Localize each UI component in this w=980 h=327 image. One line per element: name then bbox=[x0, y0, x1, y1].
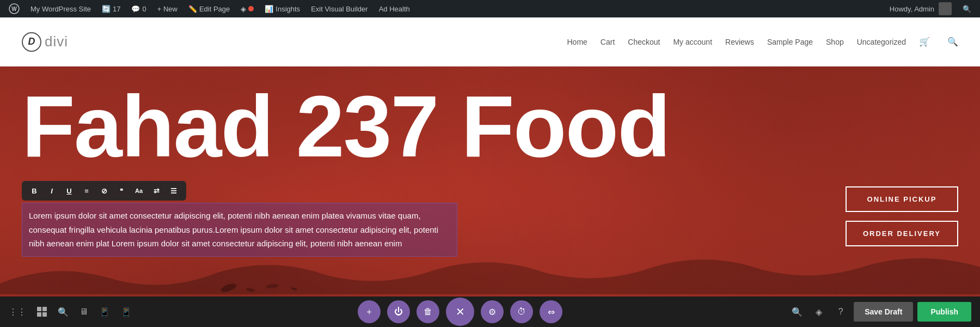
publish-button[interactable]: Publish bbox=[917, 302, 971, 322]
order-delivery-button[interactable]: ORDER DELIVERY bbox=[846, 221, 958, 246]
nav-item-reviews[interactable]: Reviews bbox=[725, 38, 754, 46]
bar-chart-icon: 📊 bbox=[265, 5, 273, 13]
align-button[interactable]: ≡ bbox=[78, 183, 95, 198]
nav-item-sample-page[interactable]: Sample Page bbox=[767, 38, 813, 46]
edit-page-label: Edit Page bbox=[199, 5, 230, 13]
handle-icon[interactable]: ⋮⋮ bbox=[9, 307, 26, 317]
edit-icon: ✏️ bbox=[188, 5, 197, 13]
ad-health-button[interactable]: Ad Health bbox=[375, 0, 414, 17]
updates-button[interactable]: 🔄 17 bbox=[97, 0, 125, 17]
svg-rect-8 bbox=[37, 312, 41, 317]
bold-button[interactable]: B bbox=[26, 183, 42, 198]
comments-count: 0 bbox=[142, 5, 146, 13]
search-button[interactable]: 🔍 bbox=[958, 5, 976, 13]
nav-menu: Home Cart Checkout My account Reviews Sa… bbox=[567, 37, 958, 47]
comments-icon: 💬 bbox=[131, 5, 140, 13]
hero-title: Fahad 237 Food bbox=[0, 66, 980, 170]
divi-logo-letter: D bbox=[28, 36, 35, 47]
wp-logo-button[interactable]: W bbox=[4, 0, 24, 17]
admin-bar: W My WordPress Site 🔄 17 💬 0 + New ✏️ Ed… bbox=[0, 0, 980, 17]
online-pickup-button[interactable]: ONLINE PICKUP bbox=[846, 186, 958, 212]
admin-avatar bbox=[939, 2, 952, 15]
updates-count: 17 bbox=[113, 5, 120, 13]
divi-logo-circle: D bbox=[22, 32, 41, 52]
mobile-icon[interactable]: 📱 bbox=[121, 307, 132, 317]
exit-visual-builder-label: Exit Visual Builder bbox=[311, 5, 368, 13]
divi-logo[interactable]: D divi bbox=[22, 32, 68, 52]
close-button[interactable]: ✕ bbox=[446, 298, 474, 326]
desktop-icon[interactable]: 🖥 bbox=[79, 307, 88, 317]
underline-button[interactable]: U bbox=[61, 183, 77, 198]
hero-text-area: B I U ≡ ⊘ ❝ Aa ⇄ ☰ Lorem ipsum dolor sit… bbox=[22, 181, 468, 257]
delete-button[interactable]: 🗑 bbox=[416, 300, 439, 323]
insights-label: Insights bbox=[275, 5, 300, 13]
site-name-text: My WordPress Site bbox=[30, 5, 91, 13]
nav-item-my-account[interactable]: My account bbox=[673, 38, 712, 46]
admin-bar-right: Howdy, Admin 🔍 bbox=[885, 2, 976, 15]
search-icon: 🔍 bbox=[963, 5, 971, 13]
settings-button[interactable]: ⚙ bbox=[481, 300, 504, 323]
layers-icon[interactable]: ◈ bbox=[810, 303, 828, 320]
svg-text:W: W bbox=[11, 6, 17, 12]
grid-icon[interactable] bbox=[37, 307, 47, 317]
svg-rect-9 bbox=[42, 312, 47, 317]
status-dot bbox=[248, 6, 254, 11]
list-button[interactable]: ☰ bbox=[166, 183, 182, 198]
toolbar-right: 🔍 ◈ ? Save Draft Publish bbox=[780, 302, 980, 322]
add-module-button[interactable]: ＋ bbox=[358, 300, 381, 323]
hero-paragraph: Lorem ipsum dolor sit amet consectetur a… bbox=[29, 209, 450, 251]
unlink-button[interactable]: ⊘ bbox=[96, 183, 112, 198]
new-label: + New bbox=[157, 5, 177, 13]
search-right-icon[interactable]: 🔍 bbox=[788, 303, 806, 320]
cart-icon[interactable]: 🛒 bbox=[919, 37, 930, 47]
nav-item-checkout[interactable]: Checkout bbox=[628, 38, 660, 46]
text-size-button[interactable]: Aa bbox=[131, 183, 147, 198]
visual-builder-toolbar: ⋮⋮ 🔍 🖥 📱 📱 ＋ ⏻ 🗑 ✕ ⚙ ⏱ ⇔ 🔍 ◈ ? Save Draf… bbox=[0, 296, 980, 327]
zoom-icon[interactable]: 🔍 bbox=[58, 307, 69, 317]
site-name-link[interactable]: My WordPress Site bbox=[26, 0, 95, 17]
howdy-button[interactable]: Howdy, Admin bbox=[885, 2, 956, 15]
italic-button[interactable]: I bbox=[44, 183, 60, 198]
hero-section: Fahad 237 Food B I U ≡ ⊘ ❝ Aa ⇄ ☰ Lorem … bbox=[0, 66, 980, 327]
toolbar-center: ＋ ⏻ 🗑 ✕ ⚙ ⏱ ⇔ bbox=[140, 298, 780, 326]
nav-bar: D divi Home Cart Checkout My account Rev… bbox=[0, 17, 980, 66]
divi-logo-button[interactable]: ◈ bbox=[236, 0, 258, 17]
edit-page-button[interactable]: ✏️ Edit Page bbox=[184, 0, 234, 17]
svg-rect-6 bbox=[37, 307, 41, 311]
resize-button[interactable]: ⇔ bbox=[540, 300, 562, 323]
toolbar-left: ⋮⋮ 🔍 🖥 📱 📱 bbox=[0, 307, 140, 317]
help-icon[interactable]: ? bbox=[832, 303, 849, 320]
svg-rect-7 bbox=[42, 307, 47, 311]
ad-health-label: Ad Health bbox=[379, 5, 410, 13]
new-content-button[interactable]: + New bbox=[153, 0, 182, 17]
save-draft-button[interactable]: Save Draft bbox=[854, 302, 913, 322]
divi-logo-text: divi bbox=[45, 33, 68, 50]
text-format-toolbar: B I U ≡ ⊘ ❝ Aa ⇄ ☰ bbox=[22, 181, 186, 201]
insights-button[interactable]: 📊 Insights bbox=[260, 0, 304, 17]
quote-button[interactable]: ❝ bbox=[113, 183, 130, 198]
hero-text-content[interactable]: Lorem ipsum dolor sit amet consectetur a… bbox=[22, 203, 457, 257]
history-button[interactable]: ⏱ bbox=[510, 300, 533, 323]
comments-button[interactable]: 💬 0 bbox=[127, 0, 150, 17]
divi-icon: ◈ bbox=[241, 5, 246, 13]
nav-search-icon[interactable]: 🔍 bbox=[947, 37, 958, 47]
nav-item-home[interactable]: Home bbox=[567, 38, 587, 46]
tablet-icon[interactable]: 📱 bbox=[99, 307, 110, 317]
power-button[interactable]: ⏻ bbox=[387, 300, 410, 323]
nav-item-uncategorized[interactable]: Uncategorized bbox=[857, 38, 906, 46]
howdy-text: Howdy, Admin bbox=[890, 5, 934, 13]
link-button[interactable]: ⇄ bbox=[148, 183, 164, 198]
nav-item-shop[interactable]: Shop bbox=[826, 38, 844, 46]
exit-visual-builder-button[interactable]: Exit Visual Builder bbox=[307, 0, 372, 17]
hero-cta-buttons: ONLINE PICKUP ORDER DELIVERY bbox=[846, 181, 958, 246]
nav-item-cart[interactable]: Cart bbox=[601, 38, 615, 46]
updates-icon: 🔄 bbox=[102, 5, 111, 13]
